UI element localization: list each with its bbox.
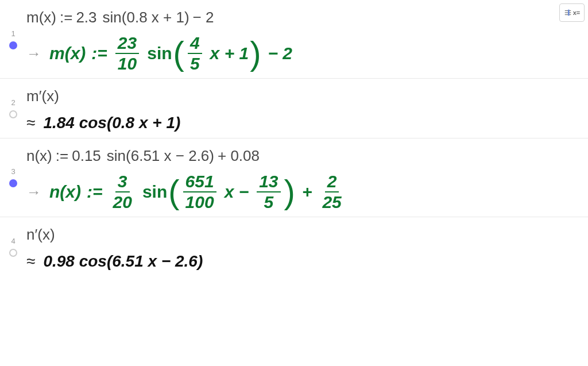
row-number: 1	[11, 29, 15, 38]
cas-row[interactable]: 3 n(x) := 0.15 sin(6.51 x − 2.6) + 0.08 …	[0, 138, 588, 217]
output-expression: ≈ 0.98 cos(6.51 x − 2.6)	[26, 252, 579, 271]
row-number: 2	[11, 98, 15, 107]
slider-icon	[564, 9, 572, 17]
row-gutter: 1	[0, 6, 26, 72]
row-gutter: 4	[0, 223, 26, 270]
output-expression: ≈ 1.84 cos(0.8 x + 1)	[26, 114, 579, 132]
output-expression: → m(x) := 2310 sin ( 45 x + 1 ) − 2	[26, 34, 579, 72]
row-gutter: 2	[0, 84, 26, 132]
output-expression: → n(x) := 320 sin ( 651100 x − 135 ) + 2…	[26, 173, 579, 211]
visibility-marker[interactable]	[9, 179, 17, 187]
visibility-marker[interactable]	[9, 110, 17, 118]
row-number: 3	[11, 167, 15, 176]
exact-arrow-icon: →	[26, 45, 41, 63]
row-number: 4	[11, 237, 15, 245]
cas-row[interactable]: 1 m(x) := 2.3 sin(0.8 x + 1) − 2 → m(x) …	[0, 0, 588, 79]
input-expression[interactable]: m′(x)	[26, 86, 579, 106]
row-content: n(x) := 0.15 sin(6.51 x − 2.6) + 0.08 → …	[26, 144, 579, 211]
row-content: n′(x) ≈ 0.98 cos(6.51 x − 2.6)	[26, 223, 579, 270]
row-content: m′(x) ≈ 1.84 cos(0.8 x + 1)	[26, 84, 579, 132]
cas-row[interactable]: 4 n′(x) ≈ 0.98 cos(6.51 x − 2.6)	[0, 217, 588, 276]
input-expression[interactable]: m(x) := 2.3 sin(0.8 x + 1) − 2	[26, 7, 579, 28]
row-content: m(x) := 2.3 sin(0.8 x + 1) − 2 → m(x) :=…	[26, 6, 579, 72]
slider-label: x=	[573, 9, 581, 16]
slider-toggle-button[interactable]: x=	[559, 3, 585, 22]
svg-rect-3	[568, 10, 570, 16]
visibility-marker[interactable]	[9, 41, 17, 49]
input-expression[interactable]: n′(x)	[26, 224, 579, 245]
exact-arrow-icon: →	[26, 183, 41, 201]
approx-icon: ≈	[26, 114, 35, 132]
visibility-marker[interactable]	[9, 249, 17, 257]
approx-icon: ≈	[26, 252, 35, 271]
cas-row[interactable]: 2 m′(x) ≈ 1.84 cos(0.8 x + 1)	[0, 79, 588, 138]
row-gutter: 3	[0, 144, 26, 211]
cas-algebra-view: x= 1 m(x) := 2.3 sin(0.8 x + 1) − 2 → m(…	[0, 0, 588, 366]
input-expression[interactable]: n(x) := 0.15 sin(6.51 x − 2.6) + 0.08	[26, 145, 579, 166]
